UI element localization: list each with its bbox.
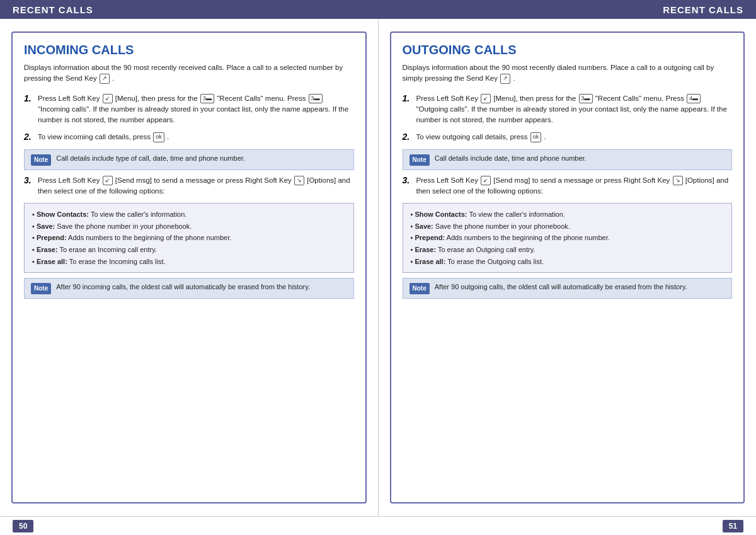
out-left-soft-key-icon-1: ↙ — [481, 94, 491, 104]
step-1-content: Press Left Soft Key ↙ [Menu], then press… — [38, 93, 354, 126]
page-footer: 50 51 — [0, 516, 756, 535]
header-title-left: RECENT CALLS — [13, 4, 93, 15]
incoming-step-3: 3. Press Left Soft Key ↙ [Send msg] to s… — [24, 175, 354, 197]
note-1-text: Call details include type of call, date,… — [56, 154, 245, 163]
page-header: RECENT CALLS RECENT CALLS — [0, 0, 756, 19]
outgoing-calls-intro: Displays information about the 90 most r… — [403, 62, 733, 84]
send-key-icon-right-intro: ↗ — [500, 74, 510, 84]
incoming-opt-3: • Prepend: Adds numbers to the beginning… — [32, 232, 346, 244]
incoming-calls-section: INCOMING CALLS Displays information abou… — [11, 32, 367, 503]
out-ok-key-icon: ok — [530, 132, 542, 142]
right-page-panel: OUTGOING CALLS Displays information abou… — [379, 19, 757, 516]
out-step-3-num: 3. — [403, 175, 416, 185]
outgoing-step-2: 2. To view outgoing call details, press … — [403, 132, 733, 142]
left-soft-key-icon-3: ↙ — [103, 176, 113, 186]
right-soft-key-icon-3: ↘ — [294, 176, 304, 186]
incoming-note-2: Note After 90 incoming calls, the oldest… — [24, 278, 354, 299]
outgoing-step-3: 3. Press Left Soft Key ↙ [Send msg] to s… — [403, 175, 733, 197]
incoming-step-2: 2. To view incoming call details, press … — [24, 132, 354, 142]
outgoing-opt-5: • Erase all: To erase the Outgoing calls… — [411, 256, 724, 268]
step-2-content: To view incoming call details, press ok … — [38, 132, 354, 142]
out-right-soft-key-icon-3: ↘ — [673, 176, 683, 186]
outgoing-calls-section: OUTGOING CALLS Displays information abou… — [390, 32, 745, 503]
step-1-num: 1. — [24, 93, 38, 103]
incoming-options-box: • Show Contacts: To view the caller's in… — [24, 203, 354, 273]
out-note-1-text: Call details include date, time and phon… — [435, 154, 587, 163]
outgoing-note-2: Note After 90 outgoing calls, the oldest… — [403, 278, 733, 299]
note-label-2: Note — [31, 283, 51, 294]
outgoing-calls-title: OUTGOING CALLS — [403, 43, 733, 57]
outgoing-options-box: • Show Contacts: To view the caller's in… — [403, 203, 733, 273]
outgoing-opt-1: • Show Contacts: To view the caller's in… — [411, 209, 724, 221]
outgoing-step-1: 1. Press Left Soft Key ↙ [Menu], then pr… — [403, 93, 733, 126]
incoming-calls-intro: Displays information about the 90 most r… — [24, 62, 354, 84]
out-note-label-2: Note — [410, 283, 430, 294]
send-key-icon-left-intro: ↗ — [100, 74, 110, 84]
incoming-calls-title: INCOMING CALLS — [24, 43, 354, 57]
page-number-left: 50 — [13, 520, 33, 532]
page-number-right: 51 — [723, 520, 743, 532]
step-3-content: Press Left Soft Key ↙ [Send msg] to send… — [38, 175, 354, 197]
note-label-1: Note — [31, 154, 51, 166]
out-step-2-num: 2. — [403, 132, 416, 142]
main-content: INCOMING CALLS Displays information abou… — [0, 19, 756, 516]
ok-key-icon: ok — [153, 132, 164, 142]
header-left: RECENT CALLS — [0, 4, 378, 15]
out-note-label-1: Note — [410, 154, 430, 166]
outgoing-opt-4: • Erase: To erase an Outgoing call entry… — [411, 244, 724, 256]
incoming-opt-1: • Show Contacts: To view the caller's in… — [32, 209, 346, 221]
outgoing-note-1: Note Call details include date, time and… — [403, 149, 733, 170]
out-left-soft-key-icon-3: ↙ — [481, 176, 491, 186]
out-step-2-content: To view outgoing call details, press ok … — [416, 132, 733, 142]
step-2-num: 2. — [24, 132, 38, 142]
incoming-opt-4: • Erase: To erase an Incoming call entry… — [32, 244, 346, 256]
outgoing-opt-2: • Save: Save the phone number in your ph… — [411, 221, 724, 233]
menu-3b-icon: 3▬ — [309, 94, 323, 104]
footer-left: 50 — [0, 520, 378, 532]
out-step-1-num: 1. — [403, 93, 416, 103]
outgoing-opt-3: • Prepend: Adds numbers to the beginning… — [411, 232, 724, 244]
out-menu-3-icon: 3▬ — [579, 94, 593, 104]
header-right: RECENT CALLS — [378, 4, 756, 15]
incoming-opt-5: • Erase all: To erase the Incoming calls… — [32, 256, 346, 268]
incoming-step-1: 1. Press Left Soft Key ↙ [Menu], then pr… — [24, 93, 354, 126]
out-note-2-text: After 90 outgoing calls, the oldest call… — [435, 282, 687, 292]
footer-right: 51 — [378, 520, 756, 532]
out-menu-4-icon: 4▬ — [687, 94, 701, 104]
header-title-right: RECENT CALLS — [663, 4, 743, 15]
left-page-panel: INCOMING CALLS Displays information abou… — [0, 19, 379, 516]
step-3-num: 3. — [24, 175, 38, 185]
menu-3-icon: 3▬ — [200, 94, 214, 104]
left-soft-key-icon-1: ↙ — [103, 94, 113, 104]
note-2-text: After 90 incoming calls, the oldest call… — [56, 282, 310, 292]
out-step-3-content: Press Left Soft Key ↙ [Send msg] to send… — [416, 175, 733, 197]
out-step-1-content: Press Left Soft Key ↙ [Menu], then press… — [416, 93, 733, 126]
incoming-opt-2: • Save: Save the phone number in your ph… — [32, 221, 346, 233]
incoming-note-1: Note Call details include type of call, … — [24, 149, 354, 170]
